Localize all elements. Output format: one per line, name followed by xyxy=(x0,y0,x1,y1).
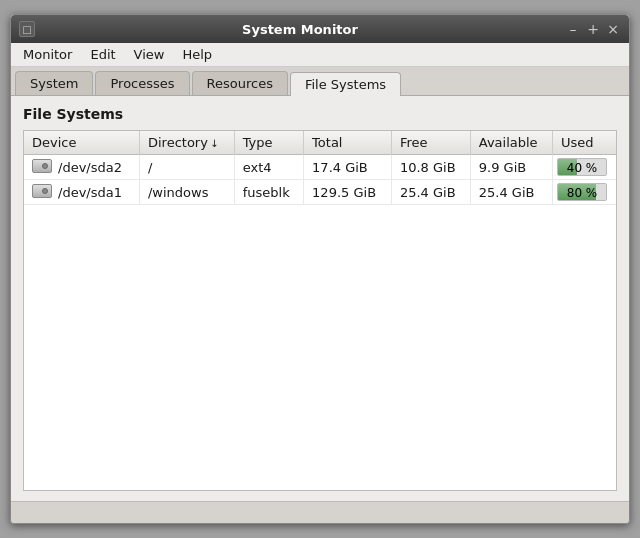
tab-filesystems[interactable]: File Systems xyxy=(290,72,401,96)
cell-used-0: 40 % xyxy=(553,155,616,180)
col-free[interactable]: Free xyxy=(391,131,470,155)
table-row[interactable]: /dev/sda2 / ext4 17.4 GiB 10.8 GiB 9.9 G… xyxy=(24,155,616,180)
window-icon: □ xyxy=(22,24,31,35)
menu-edit[interactable]: Edit xyxy=(82,45,123,64)
statusbar xyxy=(11,501,629,523)
cell-directory-1: /windows xyxy=(139,180,234,205)
maximize-button[interactable]: + xyxy=(585,21,601,37)
col-total[interactable]: Total xyxy=(304,131,392,155)
cell-device-1: /dev/sda1 xyxy=(24,180,139,205)
titlebar: □ System Monitor – + × xyxy=(11,15,629,43)
cell-free-1: 25.4 GiB xyxy=(391,180,470,205)
file-systems-table-container: Device Directory↓ Type Total Free xyxy=(23,130,617,491)
used-bar-0: 40 % xyxy=(557,158,607,176)
cell-available-1: 25.4 GiB xyxy=(470,180,552,205)
cell-type-1: fuseblk xyxy=(234,180,303,205)
cell-total-0: 17.4 GiB xyxy=(304,155,392,180)
main-window: □ System Monitor – + × Monitor Edit View… xyxy=(10,14,630,524)
tab-processes[interactable]: Processes xyxy=(95,71,189,95)
main-content: File Systems Device Directory↓ Type xyxy=(11,96,629,501)
window-icon-button[interactable]: □ xyxy=(19,21,35,37)
col-device[interactable]: Device xyxy=(24,131,139,155)
drive-icon xyxy=(32,159,52,175)
tab-system[interactable]: System xyxy=(15,71,93,95)
col-directory[interactable]: Directory↓ xyxy=(139,131,234,155)
titlebar-left: □ xyxy=(19,21,35,37)
cell-device-0: /dev/sda2 xyxy=(24,155,139,180)
cell-directory-0: / xyxy=(139,155,234,180)
bar-label-0: 40 % xyxy=(558,159,606,176)
cell-type-0: ext4 xyxy=(234,155,303,180)
tab-resources[interactable]: Resources xyxy=(192,71,288,95)
col-type[interactable]: Type xyxy=(234,131,303,155)
sort-arrow-directory: ↓ xyxy=(210,138,218,149)
file-systems-table: Device Directory↓ Type Total Free xyxy=(24,131,616,205)
menubar: Monitor Edit View Help xyxy=(11,43,629,67)
cell-free-0: 10.8 GiB xyxy=(391,155,470,180)
table-row[interactable]: /dev/sda1 /windows fuseblk 129.5 GiB 25.… xyxy=(24,180,616,205)
cell-available-0: 9.9 GiB xyxy=(470,155,552,180)
window-title: System Monitor xyxy=(35,22,565,37)
tab-bar: System Processes Resources File Systems xyxy=(11,67,629,96)
cell-total-1: 129.5 GiB xyxy=(304,180,392,205)
drive-icon xyxy=(32,184,52,200)
menu-monitor[interactable]: Monitor xyxy=(15,45,80,64)
minimize-button[interactable]: – xyxy=(565,21,581,37)
used-bar-1: 80 % xyxy=(557,183,607,201)
section-title: File Systems xyxy=(23,106,617,122)
menu-view[interactable]: View xyxy=(126,45,173,64)
close-button[interactable]: × xyxy=(605,21,621,37)
menu-help[interactable]: Help xyxy=(174,45,220,64)
col-used[interactable]: Used xyxy=(553,131,616,155)
titlebar-controls: – + × xyxy=(565,21,621,37)
table-header-row: Device Directory↓ Type Total Free xyxy=(24,131,616,155)
bar-label-1: 80 % xyxy=(558,184,606,201)
col-available[interactable]: Available xyxy=(470,131,552,155)
cell-used-1: 80 % xyxy=(553,180,616,205)
